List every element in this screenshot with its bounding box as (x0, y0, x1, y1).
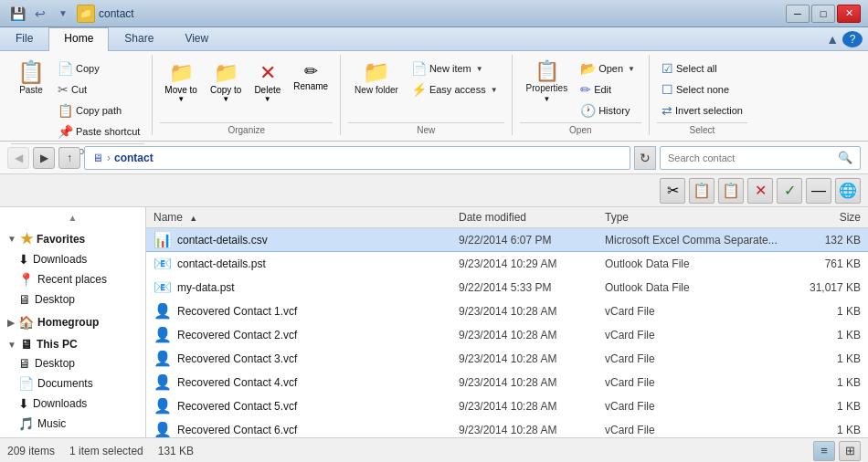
open-arrow: ▼ (626, 65, 637, 73)
sidebar-item-documents[interactable]: 📄 Documents (0, 373, 145, 394)
maximize-button[interactable]: □ (811, 5, 835, 23)
cut-button[interactable]: ✂ Cut (53, 79, 144, 100)
invert-selection-icon: ⇄ (662, 103, 672, 118)
delete-button[interactable]: ✕ Delete ▼ (249, 57, 285, 108)
sidebar-section-favorites[interactable]: ▼ ★ Favorites (0, 225, 145, 249)
search-field[interactable]: 🔍 (660, 146, 861, 170)
copy-path-button[interactable]: 📋 Copy path (53, 100, 144, 121)
table-row[interactable]: 👤 Recovered Contact 5.vcf 9/23/2014 10:2… (146, 394, 868, 418)
select-small-stack: ☑ Select all ☐ Select none ⇄ Invert sele… (657, 57, 747, 121)
file-size: 1 KB (788, 305, 861, 318)
cut-tool-button[interactable]: ✂ (660, 178, 685, 204)
ribbon-tab-bar: File Home Share View ▲ ? (0, 27, 868, 51)
tab-home[interactable]: Home (48, 27, 109, 51)
sidebar-item-downloads[interactable]: ⬇ Downloads (0, 249, 145, 269)
up-button[interactable]: ↑ (58, 147, 80, 169)
minimize-button[interactable]: ─ (786, 5, 810, 23)
tab-view[interactable]: View (169, 27, 224, 50)
organize-group: 📁 Move to ▼ 📁 Copy to ▼ ✕ Delete ▼ ✏ Ren… (153, 55, 341, 135)
table-row[interactable]: 👤 Recovered Contact 6.vcf 9/23/2014 10:2… (146, 418, 868, 437)
help-up-btn[interactable]: ▲ (826, 32, 839, 47)
edit-button[interactable]: ✏ Edit (576, 79, 641, 100)
select-none-button[interactable]: ☐ Select none (657, 79, 747, 100)
clipboard-small-stack: 📄 Copy ✂ Cut 📋 Copy path 📌 Paste shortcu… (53, 57, 144, 142)
copy-path-icon: 📋 (58, 103, 73, 118)
table-row[interactable]: 👤 Recovered Contact 3.vcf 9/23/2014 10:2… (146, 347, 868, 371)
copy-to-button[interactable]: 📁 Copy to ▼ (206, 57, 246, 108)
file-icon: 📧 (153, 278, 172, 296)
table-row[interactable]: 👤 Recovered Contact 2.vcf 9/23/2014 10:2… (146, 323, 868, 347)
delete-icon: ✕ (259, 61, 276, 85)
easy-access-button[interactable]: ⚡ Easy access ▼ (407, 79, 504, 100)
sidebar-item-pc-desktop[interactable]: 🖥 Desktop (0, 353, 145, 373)
homegroup-icon: 🏠 (18, 315, 34, 330)
forward-button[interactable]: ▶ (33, 147, 55, 169)
invert-selection-button[interactable]: ⇄ Invert selection (657, 100, 747, 121)
table-row[interactable]: 📧 contact-details.pst 9/23/2014 10:29 AM… (146, 252, 868, 276)
col-header-name[interactable]: Name ▲ (153, 211, 459, 224)
copy-button[interactable]: 📄 Copy (53, 58, 144, 79)
window-title: contact (99, 7, 134, 20)
address-field[interactable]: 🖥 › contact (84, 146, 630, 170)
file-rows-container: 📊 contact-details.csv 9/22/2014 6:07 PM … (146, 228, 868, 437)
documents-icon: 📄 (18, 376, 34, 391)
new-group: 📁 New folder 📄 New item ▼ ⚡ Easy access … (341, 55, 512, 135)
details-view-button[interactable]: ≡ (813, 441, 835, 461)
delete-tool-button[interactable]: ✕ (747, 178, 773, 204)
rename-button[interactable]: ✏ Rename (289, 57, 333, 96)
select-all-button[interactable]: ☑ Select all (657, 58, 747, 79)
col-header-size[interactable]: Size (788, 211, 861, 224)
copy-tool-button[interactable]: 📋 (689, 178, 715, 204)
account-btn[interactable]: ? (842, 31, 863, 47)
select-label: Select (657, 122, 747, 135)
col-header-type[interactable]: Type (605, 211, 788, 224)
search-input[interactable] (668, 152, 834, 163)
search-icon: 🔍 (838, 151, 852, 164)
sidebar-item-pc-downloads[interactable]: ⬇ Downloads (0, 394, 145, 414)
history-button[interactable]: 🕐 History (576, 100, 641, 121)
table-row[interactable]: 👤 Recovered Contact 4.vcf 9/23/2014 10:2… (146, 371, 868, 394)
table-row[interactable]: 📊 contact-details.csv 9/22/2014 6:07 PM … (146, 228, 868, 252)
sidebar-section-homegroup[interactable]: ▶ 🏠 Homegroup (0, 310, 145, 331)
quick-undo-btn[interactable]: ↩ (30, 4, 50, 24)
paste-button[interactable]: 📋 Paste (11, 57, 51, 100)
address-bar: ◀ ▶ ↑ 🖥 › contact ↻ 🔍 (0, 142, 868, 174)
quick-save-btn[interactable]: 💾 (7, 4, 27, 24)
history-icon: 🕐 (580, 103, 596, 118)
move-to-button[interactable]: 📁 Move to ▼ (160, 57, 202, 108)
sidebar-section-this-pc[interactable]: ▼ 🖥 This PC (0, 331, 145, 353)
title-bar-left: 💾 ↩ ▼ 📁 contact (7, 4, 134, 24)
new-folder-button[interactable]: 📁 New folder (348, 57, 405, 100)
back-button[interactable]: ◀ (7, 147, 29, 169)
table-row[interactable]: 📧 my-data.pst 9/22/2014 5:33 PM Outlook … (146, 276, 868, 299)
col-header-date[interactable]: Date modified (459, 211, 605, 224)
refresh-button[interactable]: ↻ (634, 146, 656, 170)
window-icon: 📁 (77, 5, 95, 23)
sidebar-item-desktop[interactable]: 🖥 Desktop (0, 289, 145, 310)
table-row[interactable]: 👤 Recovered Contact 1.vcf 9/23/2014 10:2… (146, 299, 868, 323)
file-icon: 📧 (153, 255, 172, 272)
cut-icon: ✂ (58, 82, 69, 97)
clipboard-group: 📋 Paste 📄 Copy ✂ Cut 📋 Copy path (4, 55, 153, 135)
sidebar-item-music[interactable]: 🎵 Music (0, 414, 145, 434)
quick-dropdown-btn[interactable]: ▼ (53, 4, 73, 24)
easy-access-arrow: ▼ (489, 86, 500, 94)
file-date: 9/23/2014 10:28 AM (459, 305, 605, 318)
clipboard-buttons: 📋 Paste 📄 Copy ✂ Cut 📋 Copy path (11, 55, 144, 142)
paste-tool-button[interactable]: 📋 (718, 178, 744, 204)
large-icons-view-button[interactable]: ⊞ (839, 441, 861, 461)
sidebar-item-recent-places[interactable]: 📍 Recent places (0, 269, 145, 289)
paste-shortcut-button[interactable]: 📌 Paste shortcut (53, 121, 144, 142)
check-tool-button[interactable]: ✓ (777, 178, 802, 204)
globe-tool-button[interactable]: 🌐 (835, 178, 861, 204)
tab-share[interactable]: Share (109, 27, 169, 50)
file-size: 1 KB (788, 400, 861, 413)
properties-button[interactable]: 📋 Properties ▼ (520, 57, 575, 108)
file-type: vCard File (605, 329, 788, 341)
tab-file[interactable]: File (0, 27, 48, 50)
dash-tool-button[interactable]: — (806, 178, 831, 204)
close-button[interactable]: ✕ (837, 5, 861, 23)
new-item-button[interactable]: 📄 New item ▼ (407, 58, 504, 79)
pc-desktop-icon: 🖥 (18, 356, 31, 371)
open-button[interactable]: 📂 Open ▼ (576, 58, 641, 79)
